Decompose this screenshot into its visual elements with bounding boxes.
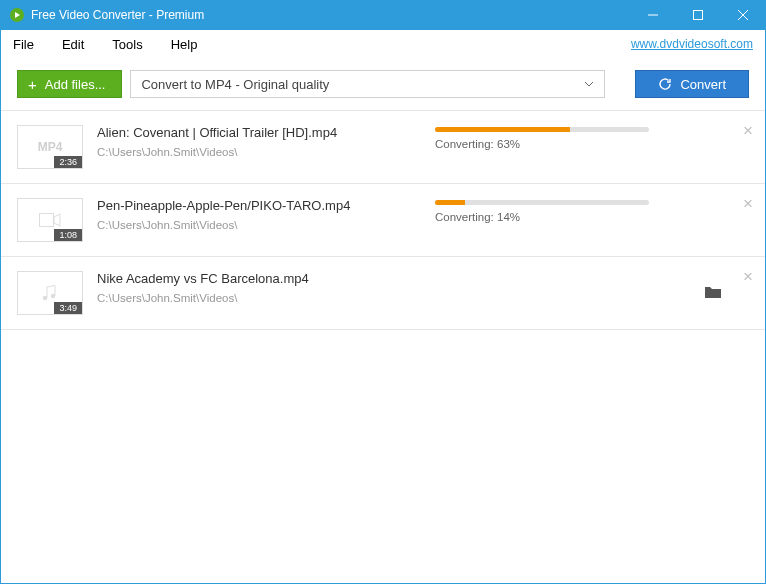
progress-text: Converting: 63% — [435, 138, 725, 150]
progress-text: Converting: 14% — [435, 211, 725, 223]
chevron-down-icon — [584, 81, 594, 87]
svg-rect-3 — [693, 11, 702, 20]
convert-button[interactable]: Convert — [635, 70, 749, 98]
file-row: MP4 2:36 Alien: Covenant | Official Trai… — [1, 111, 765, 184]
maximize-button[interactable] — [675, 0, 720, 30]
file-name: Pen-Pineapple-Apple-Pen/PIKO-TARO.mp4 — [97, 198, 435, 213]
remove-file-button[interactable]: × — [743, 121, 753, 141]
add-label: Add files... — [45, 77, 106, 92]
progress-bar — [435, 127, 649, 132]
refresh-icon — [658, 77, 672, 91]
website-link[interactable]: www.dvdvideosoft.com — [631, 37, 753, 51]
folder-icon[interactable] — [705, 285, 721, 298]
convert-label: Convert — [680, 77, 726, 92]
format-select[interactable]: Convert to MP4 - Original quality — [130, 70, 605, 98]
thumb-format-label: MP4 — [38, 140, 63, 154]
menubar: File Edit Tools Help www.dvdvideosoft.co… — [1, 30, 765, 58]
progress-fill — [435, 127, 570, 132]
titlebar: Free Video Converter - Premium — [1, 0, 765, 30]
remove-file-button[interactable]: × — [743, 267, 753, 287]
video-camera-icon — [39, 213, 61, 227]
file-path: C:\Users\John.Smit\Videos\ — [97, 146, 435, 158]
file-name: Nike Academy vs FC Barcelona.mp4 — [97, 271, 435, 286]
thumbnail: 3:49 — [17, 271, 83, 315]
svg-rect-6 — [40, 214, 54, 227]
format-selected: Convert to MP4 - Original quality — [141, 77, 329, 92]
progress-fill — [435, 200, 465, 205]
file-row: 1:08 Pen-Pineapple-Apple-Pen/PIKO-TARO.m… — [1, 184, 765, 257]
thumbnail: 1:08 — [17, 198, 83, 242]
file-name: Alien: Covenant | Official Trailer [HD].… — [97, 125, 435, 140]
menu-help[interactable]: Help — [171, 37, 198, 52]
window-title: Free Video Converter - Premium — [31, 8, 630, 22]
svg-point-8 — [43, 296, 47, 300]
file-path: C:\Users\John.Smit\Videos\ — [97, 219, 435, 231]
svg-point-9 — [51, 294, 55, 298]
duration-label: 1:08 — [54, 229, 82, 241]
menu-tools[interactable]: Tools — [112, 37, 142, 52]
thumbnail: MP4 2:36 — [17, 125, 83, 169]
minimize-button[interactable] — [630, 0, 675, 30]
toolbar: + Add files... Convert to MP4 - Original… — [1, 58, 765, 110]
progress-bar — [435, 200, 649, 205]
close-button[interactable] — [720, 0, 765, 30]
file-row: 3:49 Nike Academy vs FC Barcelona.mp4 C:… — [1, 257, 765, 330]
file-list: MP4 2:36 Alien: Covenant | Official Trai… — [1, 110, 765, 583]
music-note-icon — [42, 284, 58, 302]
duration-label: 3:49 — [54, 302, 82, 314]
menu-edit[interactable]: Edit — [62, 37, 84, 52]
file-path: C:\Users\John.Smit\Videos\ — [97, 292, 435, 304]
remove-file-button[interactable]: × — [743, 194, 753, 214]
menu-file[interactable]: File — [13, 37, 34, 52]
plus-icon: + — [28, 76, 37, 93]
app-icon — [9, 7, 25, 23]
add-files-button[interactable]: + Add files... — [17, 70, 122, 98]
svg-marker-7 — [54, 214, 60, 226]
duration-label: 2:36 — [54, 156, 82, 168]
